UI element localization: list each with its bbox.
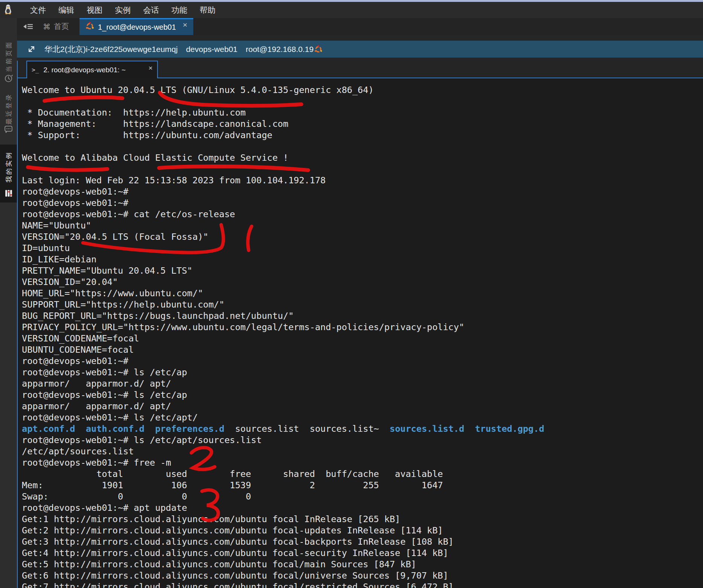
terminal-line: NAME="Ubuntu" — [22, 220, 703, 231]
session-tab-close-icon[interactable]: × — [183, 20, 187, 29]
home-tab-label: 首页 — [54, 21, 69, 32]
terminal-line: PRIVACY_POLICY_URL="https://www.ubuntu.c… — [22, 321, 703, 333]
terminal-prompt-icon: >_ — [32, 66, 39, 73]
terminal-line — [22, 96, 703, 107]
terminal-line: PRETTY_NAME="Ubuntu 20.04.5 LTS" — [22, 265, 703, 276]
terminal-line: root@devops-web01:~# apt update — [22, 502, 703, 513]
terminal-dir-entry: apt.conf.d — [22, 423, 75, 434]
terminal-line: HOME_URL="https://www.ubuntu.com/" — [22, 288, 703, 299]
history-icon — [4, 74, 13, 85]
terminal-file-entry — [225, 423, 235, 434]
terminal-line: Last login: Wed Feb 22 15:13:58 2023 fro… — [22, 175, 703, 186]
tab-home[interactable]: ⌘ 首页 — [41, 18, 71, 35]
terminal-line: /etc/apt/sources.list — [22, 446, 703, 457]
terminal-line: apparmor/ apparmor.d/ apt/ — [22, 401, 703, 412]
activity-sidebar: 当前页面最近登录我的实例 — [0, 18, 17, 588]
terminal-line: root@devops-web01:~# ls /etc/apt/sources… — [22, 434, 703, 446]
terminal-line: apt.conf.d auth.conf.d preferences.d sou… — [22, 423, 703, 434]
terminal-line: VERSION_ID="20.04" — [22, 276, 703, 288]
menu-item-view[interactable]: 视图 — [87, 2, 102, 18]
terminal-dir-entry: trusted.gpg.d — [475, 423, 544, 434]
app-logo-tux-icon — [4, 4, 12, 16]
instance-hostname: devops-web01 — [186, 45, 238, 54]
terminal-dir-entry: preferences.d — [155, 423, 225, 434]
terminal-line: * Support: https://ubuntu.com/advantage — [22, 129, 703, 141]
terminal-line: Get:2 http://mirrors.cloud.aliyuncs.com/… — [22, 525, 703, 536]
terminal-line: root@devops-web01:~# ls /etc/apt/ — [22, 412, 703, 423]
terminal-line: root@devops-web01:~# free -m — [22, 457, 703, 468]
sidebar-item-label: 最近登录 — [4, 93, 13, 125]
terminal-line: root@devops-web01:~# — [22, 186, 703, 197]
tab-session-1-root-devops-web01[interactable]: 1_root@devops-web01 × — [79, 18, 193, 35]
terminal-file-entry — [464, 423, 475, 434]
terminal-line: Get:5 http://mirrors.cloud.aliyuncs.com/… — [22, 559, 703, 570]
terminal-line: VERSION="20.04.5 LTS (Focal Fossa)" — [22, 231, 703, 242]
terminal-line: Get:3 http://mirrors.cloud.aliyuncs.com/… — [22, 536, 703, 547]
terminal-line: root@devops-web01:~# ls /etc/ap — [22, 389, 703, 401]
menu-item-file[interactable]: 文件 — [30, 2, 46, 18]
terminal-line: * Documentation: https://help.ubuntu.com — [22, 107, 703, 118]
terminal-file-entry: sources.list~ — [310, 423, 379, 434]
terminal-line: Welcome to Alibaba Cloud Elastic Compute… — [22, 152, 703, 163]
menu-bar: 文件编辑视图实例会话功能帮助 — [30, 2, 215, 18]
menu-item-edit[interactable]: 编辑 — [58, 2, 74, 18]
terminal-dir-entry: sources.list.d — [390, 423, 464, 434]
terminal-line: VERSION_CODENAME=focal — [22, 333, 703, 344]
terminal-line: apparmor/ apparmor.d/ apt/ — [22, 378, 703, 389]
terminal-file-entry — [299, 423, 310, 434]
terminal-line: Get:1 http://mirrors.cloud.aliyuncs.com/… — [22, 513, 703, 525]
terminal-line: Get:7 http://mirrors.cloud.aliyuncs.com/… — [22, 581, 703, 588]
instance-info-bar: 华北2(北京)i-2ze6f225owewge1eumqj devops-web… — [17, 41, 703, 58]
main-content: ⌘ 首页 1_root@devops-web01 × 华北 — [17, 18, 703, 588]
terminal-line — [22, 163, 703, 175]
terminal-line: * Management: https://landscape.canonica… — [22, 118, 703, 129]
terminal-line: Welcome to Ubuntu 20.04.5 LTS (GNU/Linux… — [22, 84, 703, 96]
terminal-line: root@devops-web01:~# cat /etc/os-release — [22, 209, 703, 220]
terminal-file-entry — [144, 423, 155, 434]
terminal-output[interactable]: Welcome to Ubuntu 20.04.5 LTS (GNU/Linux… — [17, 78, 703, 588]
sidebar-item-label: 当前页面 — [4, 41, 13, 72]
terminal-line: UBUNTU_CODENAME=focal — [22, 344, 703, 355]
instance-region-id: 华北2(北京)i-2ze6f225owewge1eumqj — [44, 44, 178, 55]
terminal-file-entry: sources.list — [235, 423, 299, 434]
tab-strip: ⌘ 首页 1_root@devops-web01 × — [17, 18, 703, 35]
instance-user-host: root@192.168.0.19 — [246, 45, 313, 54]
menu-item-help[interactable]: 帮助 — [200, 2, 215, 18]
terminal-line: total used free shared buff/cache availa… — [22, 468, 703, 480]
terminal-line: ID_LIKE=debian — [22, 254, 703, 265]
title-bar: 文件编辑视图实例会话功能帮助 — [0, 2, 703, 18]
terminal-line — [22, 141, 703, 152]
terminal-file-entry — [379, 423, 390, 434]
terminal-tab-row: >_ 2. root@devops-web01: ~ × — [17, 61, 703, 78]
my-instances-icon — [4, 189, 14, 200]
terminal-tab-2-root-devops-web01[interactable]: >_ 2. root@devops-web01: ~ × — [26, 61, 158, 78]
terminal-line: Mem: 1901 106 1539 2 255 1647 — [22, 480, 703, 491]
terminal-dir-entry: auth.conf.d — [86, 423, 145, 434]
terminal-line: Swap: 0 0 0 — [22, 491, 703, 502]
sidebar-item-recent-logins[interactable]: 最近登录 — [0, 93, 17, 139]
ubuntu-logo-icon — [86, 22, 94, 32]
terminal-line: Get:6 http://mirrors.cloud.aliyuncs.com/… — [22, 570, 703, 581]
menu-item-instance[interactable]: 实例 — [115, 2, 131, 18]
terminal-tab-close-icon[interactable]: × — [148, 64, 153, 72]
terminal-line: ID=ubuntu — [22, 242, 703, 254]
menu-item-session[interactable]: 会话 — [143, 2, 159, 18]
menu-item-features[interactable]: 功能 — [171, 2, 187, 18]
terminal-line: SUPPORT_URL="https://help.ubuntu.com/" — [22, 299, 703, 310]
expand-icon[interactable] — [27, 44, 36, 54]
ubuntu-logo-icon — [314, 45, 322, 53]
session-tab-label: 1_root@devops-web01 — [98, 23, 176, 32]
sidebar-item-label: 我的实例 — [4, 151, 13, 183]
command-icon: ⌘ — [43, 22, 50, 31]
sidebar-item-my-instances[interactable]: 我的实例 — [0, 145, 17, 203]
terminal-line: Get:4 http://mirrors.cloud.aliyuncs.com/… — [22, 547, 703, 559]
terminal-file-entry — [75, 423, 86, 434]
terminal-line: root@devops-web01:~# ls /etc/ap — [22, 367, 703, 378]
terminal-line: root@devops-web01:~# — [22, 355, 703, 367]
recent-login-icon — [4, 125, 13, 136]
terminal-tab-label: 2. root@devops-web01: ~ — [43, 66, 125, 74]
terminal-line: root@devops-web01:~# — [22, 197, 703, 209]
sidebar-item-current-page[interactable]: 当前页面 — [0, 39, 17, 88]
terminal-line: BUG_REPORT_URL="https://bugs.launchpad.n… — [22, 310, 703, 321]
tab-list-toggle-icon[interactable] — [23, 22, 33, 31]
